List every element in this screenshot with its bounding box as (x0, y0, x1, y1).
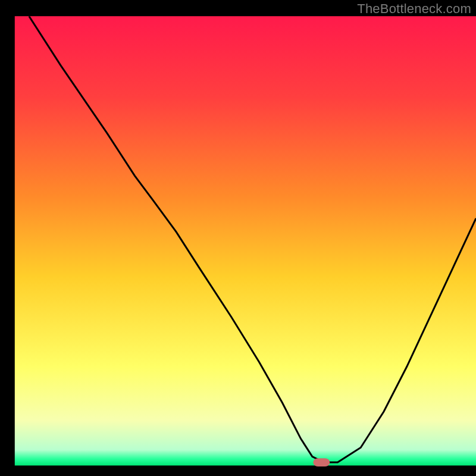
chart-gradient-bg (15, 16, 476, 465)
optimal-marker (313, 458, 330, 466)
watermark-text: TheBottleneck.com (357, 1, 471, 17)
bottleneck-chart (0, 0, 476, 476)
